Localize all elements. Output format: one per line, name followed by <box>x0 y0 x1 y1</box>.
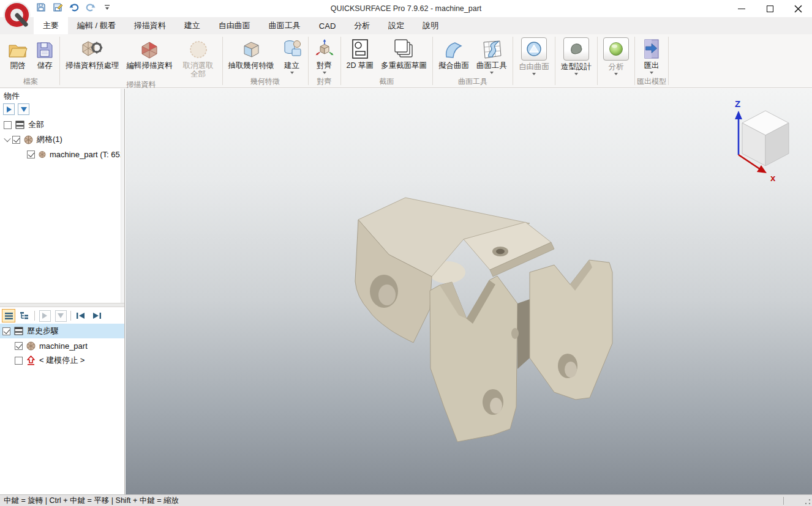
machine-part-model[interactable] <box>126 89 812 494</box>
history-row-machine-part[interactable]: machine_part <box>0 338 124 353</box>
sketch-sheet-icon <box>351 37 369 59</box>
minimize-button[interactable] <box>727 0 756 17</box>
tab-freeform[interactable]: 自由曲面 <box>209 17 260 34</box>
folder-icon <box>7 37 28 59</box>
ribbon-tab-bar: 主要 編輯 / 觀看 掃描資料 建立 自由曲面 曲面工具 CAD 分析 設定 說… <box>0 17 812 34</box>
deselect-all-button[interactable]: 取消選取全部 <box>176 35 220 79</box>
group-label-section: 截面 <box>343 76 430 87</box>
left-panel: 物件 全部 網格(1) machine_part (T: 651 <box>0 89 125 494</box>
group-label-geometry: 幾何特徵 <box>225 76 306 87</box>
panel-splitter[interactable] <box>0 303 124 307</box>
tab-help[interactable]: 說明 <box>413 17 448 34</box>
create-feature-button[interactable]: 建立 <box>278 35 306 74</box>
mesh-icon <box>24 135 33 144</box>
ribbon-group-geometry: 抽取幾何特徵 建立 幾何特徵 <box>223 34 308 87</box>
app-menu-button[interactable] <box>3 1 31 29</box>
extract-features-button[interactable]: 抽取幾何特徵 <box>225 35 278 70</box>
objects-toolbar <box>0 102 124 117</box>
tab-analysis[interactable]: 分析 <box>345 17 379 34</box>
checkbox-machine-part[interactable] <box>27 151 35 158</box>
styling-design-button[interactable]: 造型設計 <box>557 35 595 75</box>
checkbox-history-root[interactable] <box>2 327 10 335</box>
sketch-2d-button[interactable]: 2D 草圖 <box>343 35 377 70</box>
layers-icon <box>15 121 24 129</box>
axis-x-label[interactable]: x <box>770 173 776 183</box>
multi-section-sketch-button[interactable]: 多重截面草圖 <box>377 35 430 70</box>
viewport-3d[interactable]: Z x <box>126 89 812 494</box>
step-down-button[interactable] <box>55 310 67 322</box>
open-button[interactable]: 開啓 <box>4 35 32 70</box>
tab-scan-data[interactable]: 掃描資料 <box>125 17 175 34</box>
skip-to-start-button[interactable] <box>75 310 87 322</box>
axis-z-label[interactable]: Z <box>735 99 740 109</box>
history-row-model-stop[interactable]: < 建模停止 > <box>0 353 124 368</box>
tree-label: 全部 <box>28 119 44 130</box>
mouse-hints-text: 中鍵 = 旋轉 | Ctrl + 中鍵 = 平移 | Shift + 中鍵 = … <box>4 496 179 506</box>
tab-main[interactable]: 主要 <box>34 17 68 34</box>
toolbar-separator <box>34 311 35 321</box>
objects-panel: 物件 全部 網格(1) machine_part (T: 651 <box>0 89 124 303</box>
tab-settings[interactable]: 設定 <box>379 17 413 34</box>
resize-grip[interactable] <box>805 499 811 505</box>
checkbox-mesh-group[interactable] <box>12 136 20 144</box>
collapse-all-button[interactable] <box>18 103 29 115</box>
quicksurface-logo-icon <box>3 1 31 29</box>
close-button[interactable] <box>784 0 812 17</box>
align-button[interactable]: 對齊 <box>310 35 339 74</box>
tab-create[interactable]: 建立 <box>175 17 209 34</box>
history-label: < 建模停止 > <box>39 355 85 366</box>
layers-icon <box>14 327 23 335</box>
floppy-icon <box>36 37 54 59</box>
toolbar-separator <box>70 311 71 321</box>
navigation-cube[interactable]: Z x <box>727 99 796 187</box>
chevron-down-icon[interactable] <box>4 135 10 142</box>
freeform-button[interactable]: 自由曲面 <box>515 35 553 75</box>
tree-row-all[interactable]: 全部 <box>0 117 124 132</box>
tab-surface-tools[interactable]: 曲面工具 <box>260 17 310 34</box>
skip-to-end-button[interactable] <box>91 310 103 322</box>
expand-all-button[interactable] <box>3 103 15 115</box>
play-steps-button[interactable] <box>39 310 51 322</box>
checkbox-history-part[interactable] <box>15 342 23 350</box>
group-label-file: 檔案 <box>4 76 58 87</box>
tab-edit-view[interactable]: 編輯 / 觀看 <box>68 17 125 34</box>
analysis-button[interactable]: 分析 <box>600 35 633 75</box>
dropdown-caret-icon <box>290 72 294 74</box>
tab-cad[interactable]: CAD <box>310 17 345 34</box>
dropdown-caret-icon <box>490 72 494 74</box>
save-button-large[interactable]: 儲存 <box>32 35 58 70</box>
minimize-icon <box>738 9 745 9</box>
mesh-gear-icon <box>81 37 104 59</box>
freeform-icon <box>521 37 547 61</box>
edit-scan-button[interactable]: 編輯掃描資料 <box>123 35 176 70</box>
tree-view-button[interactable] <box>18 310 31 322</box>
surface-tools-button[interactable]: 曲面工具 <box>473 35 511 74</box>
checkbox-model-stop[interactable] <box>15 357 23 365</box>
stop-arrow-icon <box>26 355 36 365</box>
ribbon: 開啓 儲存 檔案 掃描資料預處理 <box>0 34 812 88</box>
export-button[interactable]: 匯出 <box>639 35 664 74</box>
mesh-icon <box>39 150 46 159</box>
ribbon-group-export: 匯出 匯出模型 <box>635 34 668 87</box>
ribbon-group-styling: 造型設計 <box>555 34 597 87</box>
checkbox-all[interactable] <box>4 121 12 129</box>
status-separator <box>783 497 784 505</box>
fit-surface-button[interactable]: 擬合曲面 <box>435 35 473 70</box>
tree-view-icon <box>20 311 29 320</box>
scan-preprocess-button[interactable]: 掃描資料預處理 <box>62 35 123 70</box>
analysis-sphere-icon <box>603 37 629 61</box>
tree-row-mesh-group[interactable]: 網格(1) <box>0 132 124 147</box>
maximize-button[interactable] <box>756 0 784 17</box>
mesh-icon <box>26 341 36 351</box>
ribbon-group-align: 對齊 對齊 <box>309 34 340 87</box>
list-view-button[interactable] <box>2 310 15 322</box>
history-panel: 歷史步驟 machine_part < 建模停止 > <box>0 307 124 494</box>
group-label-export: 匯出模型 <box>637 76 666 87</box>
ribbon-group-freeform: 自由曲面 <box>513 34 555 87</box>
primitives-icon <box>282 37 303 59</box>
skip-to-end-icon <box>92 312 102 319</box>
group-label-align: 對齊 <box>310 76 339 87</box>
tree-row-machine-part[interactable]: machine_part (T: 651 <box>0 147 124 162</box>
objects-scrollbar[interactable] <box>121 89 124 303</box>
history-row-root[interactable]: 歷史步驟 <box>0 324 124 338</box>
